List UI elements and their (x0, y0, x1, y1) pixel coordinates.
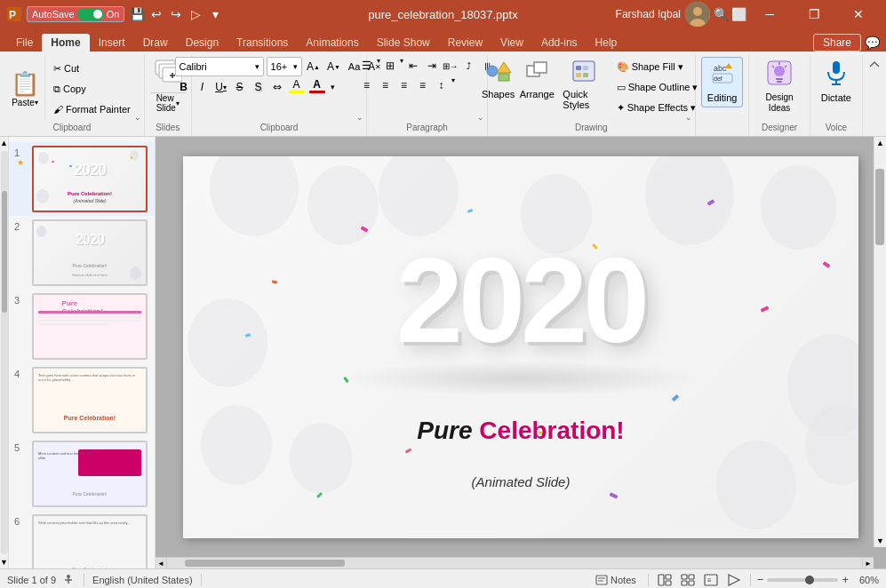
clipboard-expander[interactable]: ⌄ (134, 113, 141, 122)
autosave-toggle[interactable] (77, 8, 104, 20)
shape-fill-button[interactable]: 🎨 Shape Fill ▾ (612, 57, 703, 76)
canvas-scroll-up[interactable]: ▲ (874, 137, 886, 149)
editing-button[interactable]: abc def Editing (701, 57, 744, 107)
numbering-arrow[interactable]: ▾ (400, 57, 403, 75)
highlight-button[interactable]: A (287, 78, 307, 96)
comments-icon[interactable]: 💬 (865, 36, 879, 50)
tab-home[interactable]: Home (42, 34, 89, 52)
font-name-dropdown[interactable]: Calibri ▾ (175, 57, 264, 76)
paste-button[interactable]: 📋 Paste ▾ (5, 57, 45, 121)
zoom-slider[interactable] (767, 578, 838, 582)
slide-panel-scrollbar[interactable]: ▲ ▼ (0, 137, 9, 568)
font-color-arrow[interactable]: ▾ (328, 78, 339, 96)
shapes-icon (486, 60, 511, 87)
font-size-dropdown[interactable]: 16+ ▾ (267, 57, 302, 76)
numbering-button[interactable]: ⊞ (381, 57, 399, 75)
bullets-button[interactable]: ☰ (358, 57, 376, 75)
cut-button[interactable]: ✂ Cut (49, 59, 135, 78)
tab-help[interactable]: Help (587, 34, 627, 52)
hscroll-track (167, 558, 862, 569)
format-painter-button[interactable]: 🖌 Format Painter (49, 99, 135, 119)
slide-item[interactable]: 6 Slide content placeholder text that fi… (9, 511, 155, 568)
zoom-in-button[interactable]: + (842, 573, 849, 586)
ribbon-display-icon[interactable]: ⬜ (731, 7, 746, 21)
present-icon[interactable]: ▷ (188, 7, 203, 21)
strikethrough-button[interactable]: S (231, 78, 249, 96)
undo-icon[interactable]: ↩ (149, 7, 164, 21)
hscroll-right[interactable]: ► (862, 558, 874, 569)
bullets-arrow[interactable]: ▾ (377, 57, 380, 75)
underline-button[interactable]: U▾ (212, 78, 230, 96)
tab-animations[interactable]: Animations (297, 34, 367, 52)
quick-styles-button[interactable]: Quick Styles (557, 57, 610, 114)
tab-addins[interactable]: Add-ins (532, 34, 587, 52)
align-left-button[interactable]: ≡ (358, 76, 376, 94)
canvas-scroll-down[interactable]: ▼ (874, 535, 886, 547)
italic-button[interactable]: I (194, 78, 212, 96)
increase-indent-button[interactable]: ⇥ (423, 57, 441, 75)
dictate-label: Dictate (821, 92, 851, 103)
tab-design[interactable]: Design (177, 34, 227, 52)
line-spacing-button[interactable]: ↕ (433, 76, 451, 94)
tab-view[interactable]: View (491, 34, 532, 52)
ribbon-collapse-button[interactable] (863, 55, 886, 136)
dictate-button[interactable]: Dictate (816, 57, 857, 107)
align-center-button[interactable]: ≡ (377, 76, 395, 94)
zoom-percent-display[interactable]: 60% (852, 575, 879, 585)
tab-review[interactable]: Review (439, 34, 491, 52)
decrease-indent-button[interactable]: ⇤ (404, 57, 422, 75)
tab-draw[interactable]: Draw (134, 34, 177, 52)
arrange-button[interactable]: Arrange (518, 57, 555, 103)
slide-item[interactable]: 4 Text goes here with some content that … (9, 363, 155, 437)
restore-button[interactable]: ❐ (794, 0, 834, 28)
svg-rect-27 (777, 81, 782, 83)
zoom-out-button[interactable]: − (757, 573, 764, 586)
customize-icon[interactable]: ▾ (208, 7, 222, 21)
share-button[interactable]: Share (813, 34, 861, 52)
close-button[interactable]: ✕ (838, 0, 879, 28)
shadow-button[interactable]: S (250, 78, 267, 96)
canvas-vscroll[interactable]: ▲ ▼ (874, 137, 886, 547)
slide-item[interactable]: 2 2020 Pure Celebration! Various slide t… (9, 216, 155, 290)
slideshow-button[interactable] (724, 571, 744, 589)
line-spacing-arrow[interactable]: ▾ (451, 76, 455, 94)
slide-canvas[interactable]: 2020 Pure Celebration! (Animated Slide) (183, 156, 858, 538)
tab-slideshow[interactable]: Slide Show (368, 34, 439, 52)
font-color-button[interactable]: A (307, 78, 327, 96)
slide-item[interactable]: 3 Pure Celebration! (9, 290, 155, 363)
slide-item[interactable]: 5 More content and text here for the sli… (9, 437, 155, 511)
increase-font-button[interactable]: A▲ (305, 58, 323, 75)
hscroll-left[interactable]: ◄ (156, 558, 167, 569)
tab-file[interactable]: File (7, 34, 42, 52)
redo-icon[interactable]: ↪ (169, 7, 183, 21)
shape-outline-button[interactable]: ▭ Shape Outline ▾ (612, 77, 703, 97)
search-icon[interactable]: 🔍 (714, 7, 728, 21)
slide-sorter-button[interactable] (678, 571, 698, 589)
spacing-button[interactable]: ⇔ (268, 78, 286, 96)
copy-button[interactable]: ⧉ Copy (49, 79, 135, 99)
reading-view-button[interactable]: ≡ (701, 571, 721, 589)
canvas-hscroll[interactable]: ◄ ► (156, 557, 874, 568)
smartart-button[interactable]: ⊞→ (442, 57, 459, 75)
tab-transitions[interactable]: Transitions (227, 34, 297, 52)
notes-button[interactable]: Notes (590, 575, 642, 585)
decrease-font-button[interactable]: A▼ (325, 58, 343, 75)
scroll-down-arrow[interactable]: ▼ (1, 556, 8, 568)
design-ideas-button[interactable]: Design Ideas (754, 57, 803, 117)
shapes-button[interactable]: Shapes (480, 57, 516, 103)
tab-insert[interactable]: Insert (90, 34, 134, 52)
drawing-expander[interactable]: ⌄ (685, 113, 692, 122)
normal-view-button[interactable] (655, 571, 674, 589)
scroll-up-arrow[interactable]: ▲ (1, 137, 8, 149)
font-label: Clipboard (260, 121, 299, 134)
align-right-button[interactable]: ≡ (395, 76, 413, 94)
scroll-track[interactable] (1, 151, 8, 554)
save-icon[interactable]: 💾 (130, 7, 144, 21)
minimize-button[interactable]: ─ (749, 0, 790, 28)
font-content: Calibri ▾ 16+ ▾ A▲ A▼ Aa A✕ B I U▾ S S ⇔ (175, 57, 384, 121)
text-direction-button[interactable]: ⤴ (460, 57, 478, 75)
bold-button[interactable]: B (175, 78, 193, 96)
accessibility-icon[interactable] (61, 573, 76, 587)
slide-item[interactable]: 1 ★ 2020 Pure Celebration! (9, 142, 155, 216)
justify-button[interactable]: ≡ (414, 76, 432, 94)
